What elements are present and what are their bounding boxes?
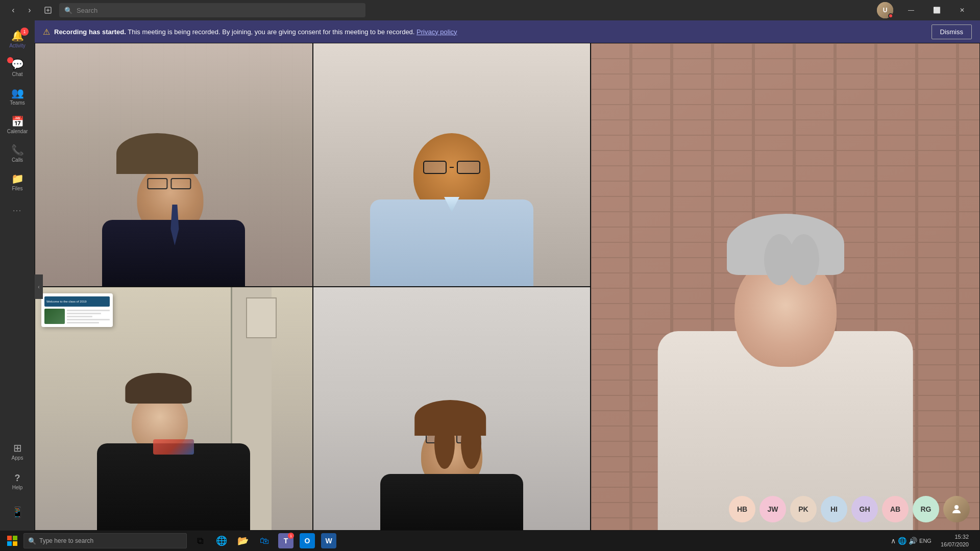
volume-icon[interactable]: 🔊 — [909, 537, 917, 545]
banner-text: Recording has started. This meeting is b… — [54, 28, 457, 36]
video-grid: Welcome to the class of 2019 — [35, 43, 980, 531]
start-button[interactable] — [2, 532, 22, 550]
privacy-policy-link[interactable]: Privacy policy — [416, 28, 457, 36]
collapse-sidebar-button[interactable]: ‹ — [35, 274, 43, 299]
participant-rg[interactable]: RG — [913, 496, 939, 522]
calls-icon: 📞 — [11, 144, 24, 156]
video-cell-4: Welcome to the class of 2019 — [35, 287, 313, 531]
search-icon: 🔍 — [64, 7, 72, 14]
clock-date: 16/07/2020 — [941, 541, 969, 548]
participant-jw[interactable]: JW — [760, 496, 786, 522]
nav-buttons: ‹ › — [6, 3, 37, 17]
sidebar-item-more[interactable]: ··· — [3, 196, 32, 224]
presentation-image — [44, 309, 65, 324]
store-button[interactable]: 🛍 — [254, 532, 275, 550]
participants-row: HB JW PK HI GH AB RG — [729, 496, 970, 522]
banner-bold-text: Recording has started. — [54, 28, 126, 36]
file-explorer-button[interactable]: 📂 — [233, 532, 253, 550]
svg-rect-11 — [7, 541, 12, 546]
network-icon[interactable]: 🌐 — [898, 537, 906, 545]
presentation-lines — [67, 309, 110, 324]
teams-icon: 👥 — [11, 87, 24, 99]
sidebar-item-activity[interactable]: 🔔 Activity 1 — [3, 24, 32, 53]
maximize-button[interactable]: ⬜ — [925, 2, 948, 18]
teams-taskbar-button[interactable]: T 1 — [276, 532, 296, 550]
presentation-body — [44, 309, 110, 324]
taskbar-search-placeholder: Type here to search — [39, 537, 93, 544]
taskbar: 🔍 Type here to search ⧉ 🌐 📂 🛍 T 1 O W ∧ … — [0, 531, 980, 551]
calendar-icon: 📅 — [11, 115, 24, 128]
outlook-button[interactable]: O — [297, 532, 317, 550]
video-cell-1 — [35, 43, 313, 287]
back-button[interactable]: ‹ — [6, 3, 20, 17]
sidebar: 🔔 Activity 1 💬 Chat 👥 Teams 📅 Calendar 📞… — [0, 20, 35, 531]
sidebar-label-teams: Teams — [10, 100, 24, 106]
banner-normal-text: This meeting is being recorded. By joini… — [128, 28, 414, 36]
participant-ab[interactable]: AB — [882, 496, 909, 522]
video-cell-3 — [591, 43, 980, 531]
content-area: ⚠ Recording has started. This meeting is… — [35, 20, 980, 531]
edge-browser-button[interactable]: 🌐 — [211, 532, 232, 550]
video-cell-5 — [313, 287, 591, 531]
participant-user[interactable] — [943, 496, 970, 522]
recording-banner: ⚠ Recording has started. This meeting is… — [35, 20, 980, 43]
show-desktop-button[interactable] — [974, 532, 978, 550]
minimize-button[interactable]: — — [899, 2, 923, 18]
taskbar-search-icon: 🔍 — [28, 537, 36, 545]
status-indicator — [888, 13, 893, 18]
activity-badge: 1 — [20, 28, 29, 36]
taskbar-apps: ⧉ 🌐 📂 🛍 T 1 O W — [190, 532, 339, 550]
participant-hi[interactable]: HI — [821, 496, 847, 522]
sidebar-item-calendar[interactable]: 📅 Calendar — [3, 110, 32, 139]
task-view-icon: ⧉ — [197, 536, 204, 546]
profile-picture[interactable]: U — [877, 2, 893, 18]
sidebar-label-files: Files — [12, 186, 22, 191]
sidebar-label-calls: Calls — [12, 157, 23, 163]
close-button[interactable]: ✕ — [950, 2, 974, 18]
svg-rect-9 — [7, 536, 12, 540]
participant-pk[interactable]: PK — [790, 496, 817, 522]
sidebar-item-apps[interactable]: ⊞ Apps — [3, 437, 32, 465]
system-tray: ∧ 🌐 🔊 ENG — [887, 537, 936, 545]
presentation-card: Welcome to the class of 2019 — [41, 293, 113, 327]
sidebar-item-files[interactable]: 📁 Files — [3, 167, 32, 196]
word-icon: W — [321, 533, 336, 548]
edge-icon: 🌐 — [216, 535, 227, 546]
system-clock[interactable]: 15:32 16/07/2020 — [937, 533, 973, 549]
file-explorer-icon: 📂 — [237, 535, 249, 546]
sidebar-item-help[interactable]: ? Help — [3, 467, 32, 496]
task-view-button[interactable]: ⧉ — [190, 532, 210, 550]
recording-indicator — [7, 57, 13, 63]
apps-icon: ⊞ — [13, 442, 22, 454]
participant-hb[interactable]: HB — [729, 496, 755, 522]
sidebar-item-device[interactable]: 📱 — [3, 498, 32, 527]
app-container: 🔔 Activity 1 💬 Chat 👥 Teams 📅 Calendar 📞… — [0, 20, 980, 531]
warning-icon: ⚠ — [43, 27, 50, 37]
sidebar-label-help: Help — [12, 485, 23, 490]
sidebar-item-calls[interactable]: 📞 Calls — [3, 139, 32, 167]
clock-time: 15:32 — [941, 533, 969, 541]
sidebar-label-chat: Chat — [12, 71, 22, 77]
more-icon: ··· — [13, 206, 22, 214]
search-placeholder: Search — [77, 7, 97, 14]
compose-button[interactable] — [41, 3, 55, 17]
dismiss-button[interactable]: Dismiss — [932, 24, 972, 39]
sidebar-bottom: ⊞ Apps ? Help 📱 — [3, 437, 32, 531]
expand-tray-icon[interactable]: ∧ — [891, 537, 896, 545]
sidebar-item-chat[interactable]: 💬 Chat — [3, 53, 32, 82]
sidebar-item-teams[interactable]: 👥 Teams — [3, 82, 32, 110]
svg-rect-12 — [13, 541, 17, 546]
presentation-header: Welcome to the class of 2019 — [44, 296, 110, 307]
svg-rect-10 — [13, 536, 17, 540]
participant-gh[interactable]: GH — [851, 496, 878, 522]
outlook-icon: O — [300, 533, 315, 548]
sidebar-label-calendar: Calendar — [7, 129, 28, 134]
title-bar: ‹ › 🔍 Search U — ⬜ ✕ — [0, 0, 980, 20]
taskbar-search-bar[interactable]: 🔍 Type here to search — [23, 533, 187, 548]
forward-button[interactable]: › — [22, 3, 37, 17]
sidebar-label-apps: Apps — [12, 455, 23, 461]
help-icon: ? — [15, 473, 20, 484]
word-button[interactable]: W — [318, 532, 339, 550]
search-bar[interactable]: 🔍 Search — [59, 3, 365, 17]
language-indicator: ENG — [919, 538, 932, 544]
